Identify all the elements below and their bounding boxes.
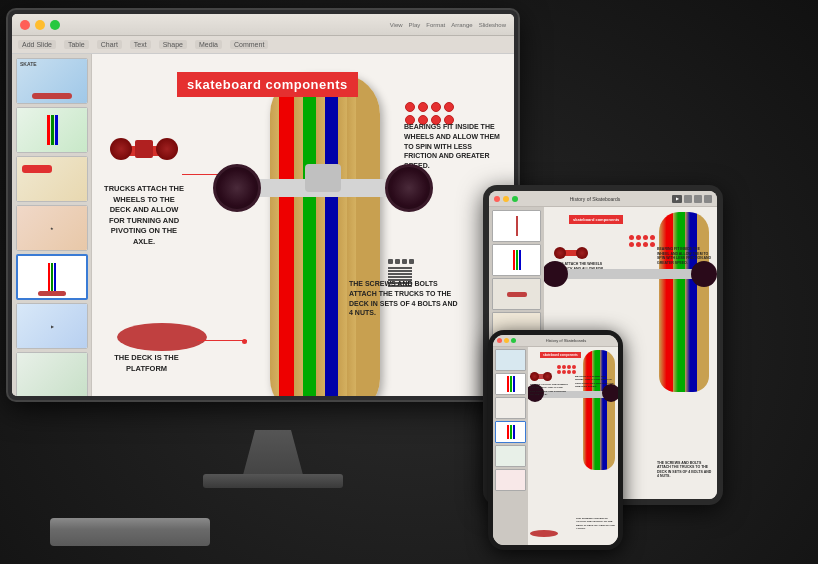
ipad-slide-title: skateboard components: [569, 215, 623, 224]
iphone-sidebar: [493, 347, 528, 545]
iphone-truck-icon: [531, 369, 551, 381]
bearing-circle-2: [418, 102, 428, 112]
deck-annotation: THE DECK IS THE PLATFORM: [104, 353, 189, 374]
deck-annotation-line: [197, 340, 247, 341]
screw-line-2: [388, 270, 412, 272]
iphone-deck-oval: [530, 530, 558, 537]
iphone-bearing-7: [567, 370, 571, 374]
toolbar-text[interactable]: Text: [130, 40, 151, 49]
toolbar-shape[interactable]: Shape: [159, 40, 187, 49]
thumb-6-content: ▶: [49, 322, 56, 331]
truck-illustration: [114, 132, 174, 172]
monitor-base: [203, 474, 343, 488]
bearing-circle-3: [431, 102, 441, 112]
iphone-slide-title: skateboard components: [540, 352, 581, 358]
ipad-btn-1[interactable]: [684, 195, 692, 203]
ipad-bearing-6: [636, 242, 641, 247]
iphone-title: History of Skateboards: [518, 338, 614, 343]
iphone-bearings-text: BEARING FIT INSIDE THE WHEEL AND ALLOW T…: [575, 375, 615, 388]
ipad-btn-2[interactable]: [694, 195, 702, 203]
iphone-slide: skateboard components TRUCKS ATTACH THE …: [528, 347, 618, 545]
screws-annotation: THE SCREWS AND BOLTS ATTACH THE TRUCKS T…: [349, 279, 459, 318]
iphone-thumb-6[interactable]: [495, 469, 526, 491]
ipad-thumb-2[interactable]: [492, 244, 541, 276]
iphone-thumb-3[interactable]: [495, 397, 526, 419]
slide-thumb-6[interactable]: ▶: [16, 303, 88, 349]
iphone-trucks-text: TRUCKS ATTACH THE WHEELS TO THE DECK AND…: [530, 383, 568, 396]
deck-illustration: [117, 323, 207, 351]
toolbar-label-play: Play: [409, 22, 421, 28]
truck-assembly: [223, 159, 423, 219]
ipad-bearing-5: [629, 242, 634, 247]
monitor-screen-border: View Play Format Arrange Slideshow Add S…: [8, 10, 518, 400]
iphone-bearing-8: [572, 370, 576, 374]
slide-thumb-3[interactable]: [16, 156, 88, 202]
skateboard-deck: [270, 74, 380, 396]
iphone-bearing-2: [562, 365, 566, 369]
ipad-bearing-3: [643, 235, 648, 240]
iphone-device: History of Skateboards: [488, 330, 623, 550]
toolbar-chart[interactable]: Chart: [97, 40, 122, 49]
screw-3: [402, 259, 407, 264]
iphone-thumb-1[interactable]: [495, 349, 526, 371]
iphone-close[interactable]: [497, 338, 502, 343]
ipad-bearing-2: [636, 235, 641, 240]
ipad-btn-3[interactable]: [704, 195, 712, 203]
ipad-minimize[interactable]: [503, 196, 509, 202]
ipad-maximize[interactable]: [512, 196, 518, 202]
iphone-bearing-4: [572, 365, 576, 369]
thumb-1-label: SKATE: [20, 61, 37, 67]
mac-mini-base: [50, 518, 210, 546]
wheel-left: [213, 164, 261, 212]
ipad-thumb-3[interactable]: [492, 278, 541, 310]
iphone-bearing-6: [562, 370, 566, 374]
ipad-truck-axle: [549, 269, 712, 279]
truck-hanger: [305, 164, 341, 192]
ipad-wheel-left: [544, 261, 568, 287]
close-button[interactable]: [20, 20, 30, 30]
slide-thumb-7[interactable]: [16, 352, 88, 396]
toolbar-comment[interactable]: Comment: [230, 40, 268, 49]
iphone-bearing-1: [557, 365, 561, 369]
screw-line-4: [388, 276, 412, 278]
iphone-bearings: [557, 365, 576, 374]
iphone-thumb-4[interactable]: [495, 421, 526, 443]
toolbar-add-slide[interactable]: Add Slide: [18, 40, 56, 49]
screw-4: [409, 259, 414, 264]
iphone-minimize[interactable]: [504, 338, 509, 343]
iphone-thumb-5[interactable]: [495, 445, 526, 467]
ipad-bearing-4: [650, 235, 655, 240]
slide-thumb-2[interactable]: [16, 107, 88, 153]
iphone-bearing-5: [557, 370, 561, 374]
maximize-button[interactable]: [50, 20, 60, 30]
ipad-bearing-7: [643, 242, 648, 247]
ipad-bearing-1: [629, 235, 634, 240]
toolbar-label-view: View: [390, 22, 403, 28]
slide-thumb-1[interactable]: SKATE: [16, 58, 88, 104]
macos-toolbar: View Play Format Arrange Slideshow: [12, 14, 514, 36]
ipad-play-btn[interactable]: ▶: [672, 195, 682, 203]
screw-line-1: [388, 267, 412, 269]
monitor: View Play Format Arrange Slideshow Add S…: [8, 10, 538, 430]
minimize-button[interactable]: [35, 20, 45, 30]
toolbar-media[interactable]: Media: [195, 40, 222, 49]
trucks-annotation: TRUCKS ATTACH THE WHEELS TO THE DECK AND…: [104, 184, 184, 247]
screw-line-3: [388, 273, 412, 275]
deck-annotation-dot: [242, 339, 247, 344]
ipad-bearings: [629, 235, 655, 247]
slide-sidebar: SKATE: [12, 54, 92, 396]
slide-canvas[interactable]: skateboard components TRUCKS ATTACH THE …: [92, 54, 514, 396]
toolbar-table[interactable]: Table: [64, 40, 89, 49]
ipad-thumb-1[interactable]: [492, 210, 541, 242]
ipad-close[interactable]: [494, 196, 500, 202]
screw-2: [395, 259, 400, 264]
slide-thumb-4[interactable]: ★: [16, 205, 88, 251]
iphone-thumb-2[interactable]: [495, 373, 526, 395]
ipad-bearings-text: BEARING FIT INSIDE THE WHEEL AND ALLOW T…: [657, 247, 712, 265]
toolbar-label-format: Format: [426, 22, 445, 28]
iphone-maximize[interactable]: [511, 338, 516, 343]
wheel-right: [385, 164, 433, 212]
toolbar-label-arrange: Arrange: [451, 22, 472, 28]
slide-thumb-5[interactable]: [16, 254, 88, 300]
iphone-content: skateboard components TRUCKS ATTACH THE …: [493, 347, 618, 545]
